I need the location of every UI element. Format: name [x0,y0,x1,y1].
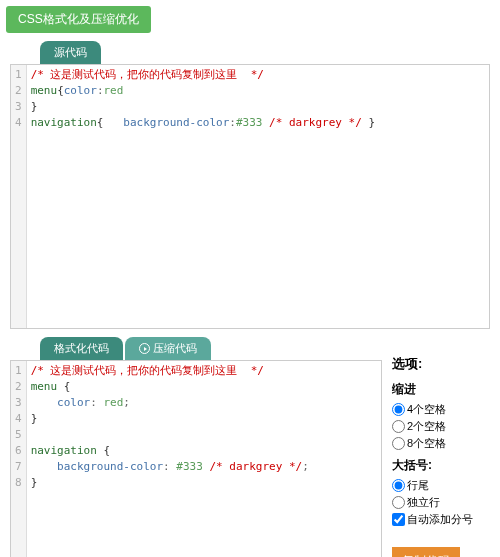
result-code: /* 这是测试代码，把你的代码复制到这里 */menu { color: red… [27,361,381,557]
options-title: 选项: [392,355,490,373]
brace-radio-0[interactable] [392,479,405,492]
indent-option-1[interactable]: 2个空格 [392,419,490,434]
indent-radio-2[interactable] [392,437,405,450]
tab-compress-label: 压缩代码 [153,341,197,356]
options-panel: 选项: 缩进 4个空格2个空格8个空格 大括号: 行尾独立行 自动添加分号 复制… [392,337,490,557]
brace-label: 大括号: [392,457,490,474]
source-section: 源代码 1234 /* 这是测试代码，把你的代码复制到这里 */menu{col… [10,41,490,329]
indent-radio-1[interactable] [392,420,405,433]
brace-label-1: 独立行 [407,495,440,510]
indent-label-1: 2个空格 [407,419,446,434]
semicolon-label: 自动添加分号 [407,512,473,527]
tab-compress[interactable]: 压缩代码 [125,337,211,360]
page-title: CSS格式化及压缩优化 [6,6,151,33]
result-section: 格式化代码 压缩代码 12345678 /* 这是测试代码，把你的代码复制到这里… [10,337,382,557]
brace-radio-1[interactable] [392,496,405,509]
result-editor[interactable]: 12345678 /* 这是测试代码，把你的代码复制到这里 */menu { c… [10,360,382,557]
indent-option-0[interactable]: 4个空格 [392,402,490,417]
copy-button[interactable]: 复制代码 [392,547,460,557]
indent-label-0: 4个空格 [407,402,446,417]
brace-option-1[interactable]: 独立行 [392,495,490,510]
source-gutter: 1234 [11,65,27,328]
indent-option-2[interactable]: 8个空格 [392,436,490,451]
indent-label-2: 8个空格 [407,436,446,451]
source-editor[interactable]: 1234 /* 这是测试代码，把你的代码复制到这里 */menu{color:r… [10,64,490,329]
brace-option-0[interactable]: 行尾 [392,478,490,493]
brace-label-0: 行尾 [407,478,429,493]
play-icon [139,343,150,354]
semicolon-option[interactable]: 自动添加分号 [392,512,490,527]
indent-label: 缩进 [392,381,490,398]
semicolon-checkbox[interactable] [392,513,405,526]
indent-radio-0[interactable] [392,403,405,416]
tab-source[interactable]: 源代码 [40,41,101,64]
tab-format[interactable]: 格式化代码 [40,337,123,360]
source-code[interactable]: /* 这是测试代码，把你的代码复制到这里 */menu{color:red}na… [27,65,489,328]
result-gutter: 12345678 [11,361,27,557]
